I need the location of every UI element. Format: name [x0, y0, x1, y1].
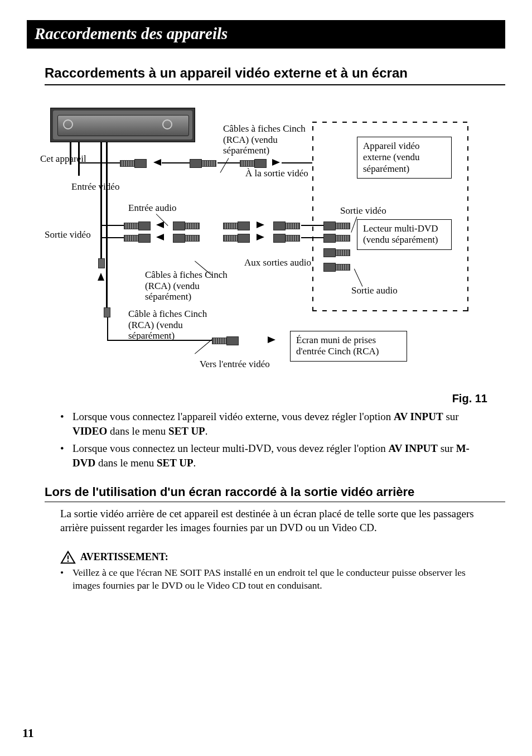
rca-connector-icon	[173, 234, 200, 242]
notes-list: • Lorsque vous connectez l'appareil vidé…	[60, 410, 487, 470]
rca-connector-icon	[323, 263, 350, 271]
text-run: .	[205, 425, 208, 437]
list-item: • Lorsque vous connectez un lecteur mult…	[60, 441, 487, 470]
rca-connector-icon	[124, 221, 151, 229]
label-video-out-left: Sortie vidéo	[45, 229, 91, 240]
warning-label: AVERTISSEMENT:	[80, 551, 168, 563]
rca-connector-icon	[124, 234, 151, 242]
heading-sub: Lors de l'utilisation d'un écran raccord…	[45, 485, 505, 502]
rca-connector-icon	[190, 159, 216, 167]
label-video-out-right: Sortie vidéo	[340, 205, 386, 216]
rca-connector-icon	[223, 234, 250, 242]
warning-block: AVERTISSEMENT: • Veillez à ce que l'écra…	[60, 551, 487, 592]
text-run: sur	[443, 411, 459, 422]
section-banner: Raccordements des appareils	[27, 20, 505, 49]
rca-connector-icon	[223, 221, 250, 229]
svg-point-2	[67, 560, 69, 562]
rca-connector-icon	[173, 221, 200, 229]
paragraph: La sortie vidéo arrière de cet appareil …	[60, 507, 487, 535]
box-rca-display: Écran muni de prises d'entrée Cinch (RCA…	[290, 331, 407, 362]
rca-connector-icon	[212, 336, 239, 344]
text-bold: AV INPUT	[388, 442, 438, 454]
label-audio-in: Entrée audio	[128, 203, 176, 214]
text-bold: SET UP	[157, 457, 194, 469]
label-to-video-out: À la sortie vidéo	[245, 168, 308, 179]
label-rca-cable-single: Câble à fiches Cinch (RCA) (vendu séparé…	[128, 309, 223, 341]
heading-main: Raccordements à un appareil vidéo extern…	[45, 65, 505, 85]
text-run: dans le menu	[107, 425, 168, 437]
head-unit-graphic	[50, 108, 195, 142]
rca-connector-icon	[273, 234, 300, 242]
box-multi-dvd: Lecteur multi-DVD (vendu séparément)	[357, 219, 452, 250]
wiring-diagram: Cet appareil Appareil vidéo externe (ven…	[45, 108, 468, 387]
text-run: dans le menu	[95, 457, 157, 469]
warning-text: Veillez à ce que l'écran NE SOIT PAS ins…	[72, 566, 487, 592]
text-bold: AV INPUT	[394, 411, 443, 422]
label-rca-cables-2: Câbles à fiches Cinch (RCA) (vendu sépar…	[145, 269, 240, 302]
box-external-video: Appareil vidéo externe (vendu séparément…	[357, 137, 452, 179]
figure-label: Fig. 11	[0, 392, 487, 405]
rca-connector-icon	[323, 234, 350, 242]
page-number: 11	[22, 726, 34, 740]
label-rca-cables-1: Câbles à fiches Cinch (RCA) (vendu sépar…	[223, 123, 318, 156]
rca-connector-icon	[323, 248, 350, 256]
label-audio-out: Sortie audio	[351, 285, 398, 296]
label-to-audio-out: Aux sorties audio	[244, 257, 311, 268]
label-to-video-in: Vers l'entrée vidéo	[200, 359, 270, 370]
label-video-in: Entrée vidéo	[71, 181, 119, 192]
rca-connector-icon	[323, 221, 350, 229]
warning-icon	[60, 551, 76, 564]
text-bold: VIDEO	[72, 425, 107, 437]
rca-connector-icon	[240, 159, 267, 167]
rca-connector-icon	[273, 221, 300, 229]
rca-connector-icon	[120, 159, 147, 167]
text-run: sur	[438, 442, 456, 454]
text-run: Lorsque vous connectez l'appareil vidéo …	[72, 411, 394, 422]
list-item: • Lorsque vous connectez l'appareil vidé…	[60, 410, 487, 438]
list-item: • Veillez à ce que l'écran NE SOIT PAS i…	[60, 566, 487, 592]
text-run: Lorsque vous connectez un lecteur multi-…	[72, 442, 388, 454]
text-bold: SET UP	[168, 425, 205, 437]
text-run: .	[194, 457, 196, 469]
